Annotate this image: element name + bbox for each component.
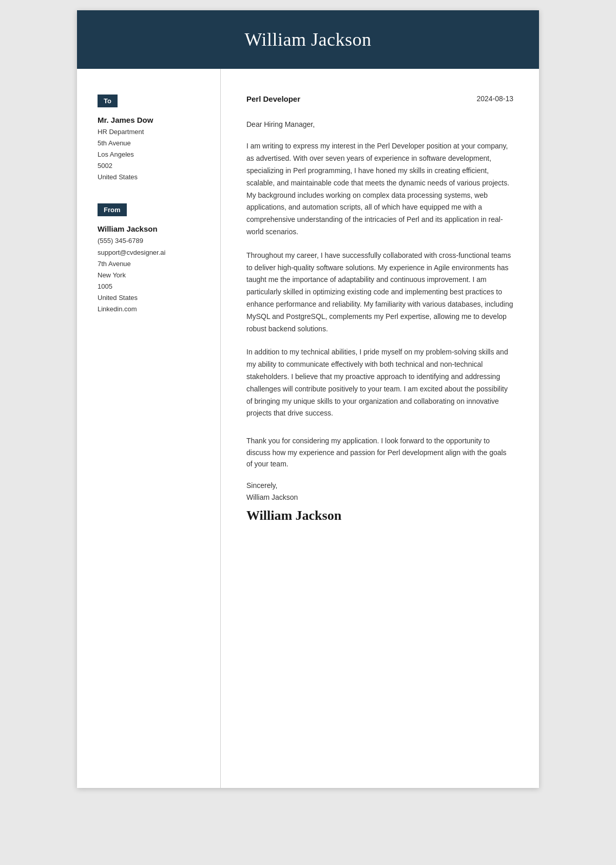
signature: William Jackson [246, 508, 513, 523]
sender-linkedin: Linkedin.com [98, 304, 205, 315]
sender-email: support@cvdesigner.ai [98, 247, 205, 258]
sender-zip: 1005 [98, 281, 205, 292]
job-title: Perl Developer [246, 95, 300, 103]
sender-name: William Jackson [98, 224, 205, 233]
sincerely-name: William Jackson [246, 493, 298, 501]
paragraph-2: Throughout my career, I have successfull… [246, 250, 513, 335]
sender-city: New York [98, 270, 205, 281]
recipient-name: Mr. James Dow [98, 116, 205, 124]
sender-street: 7th Avenue [98, 258, 205, 270]
recipient-line1: HR Department [98, 126, 205, 138]
header: William Jackson [77, 10, 539, 69]
sender-phone: (555) 345-6789 [98, 235, 205, 247]
cover-letter-page: William Jackson To Mr. James Dow HR Depa… [77, 10, 539, 788]
from-section: From William Jackson (555) 345-6789 supp… [98, 203, 205, 315]
recipient-line3: Los Angeles [98, 149, 205, 160]
header-name: William Jackson [98, 29, 518, 50]
content-area: To Mr. James Dow HR Department 5th Avenu… [77, 69, 539, 788]
paragraph-1: I am writing to express my interest in t… [246, 140, 513, 238]
to-section: To Mr. James Dow HR Department 5th Avenu… [98, 95, 205, 183]
to-badge: To [98, 95, 118, 107]
recipient-line4: 5002 [98, 160, 205, 172]
letter-header: Perl Developer 2024-08-13 [246, 95, 513, 103]
paragraph-3: In addition to my technical abilities, I… [246, 346, 513, 420]
from-badge: From [98, 203, 127, 216]
letter-date: 2024-08-13 [476, 95, 513, 103]
letter-body: Perl Developer 2024-08-13 Dear Hiring Ma… [221, 69, 539, 788]
closing-paragraph: Thank you for considering my application… [246, 435, 513, 469]
sender-country: United States [98, 292, 205, 304]
sincerely-label: Sincerely, William Jackson [246, 480, 513, 503]
recipient-line2: 5th Avenue [98, 138, 205, 149]
recipient-country: United States [98, 172, 205, 183]
sidebar: To Mr. James Dow HR Department 5th Avenu… [77, 69, 221, 788]
closing-block: Thank you for considering my application… [246, 435, 513, 523]
salutation: Dear Hiring Manager, [246, 119, 513, 130]
